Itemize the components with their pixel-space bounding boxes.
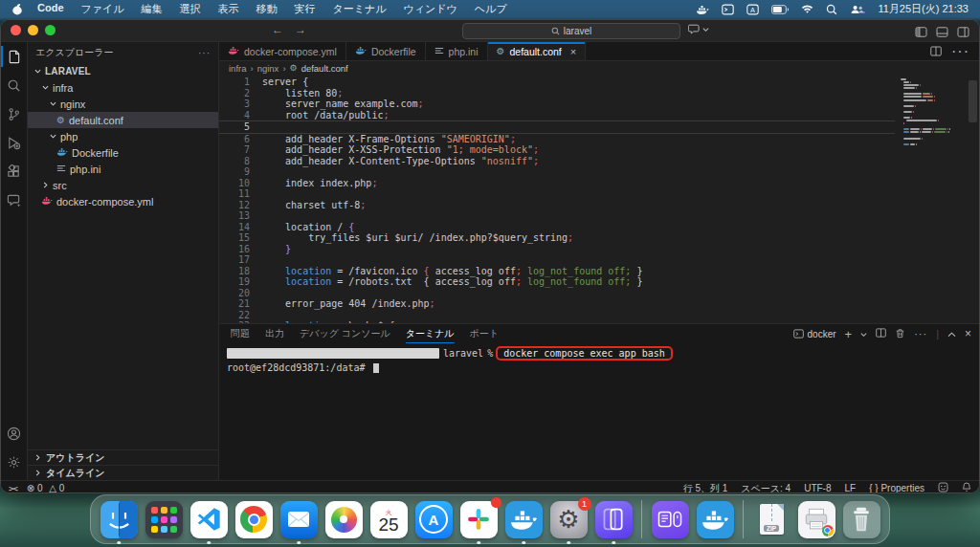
tree-item-php.ini[interactable]: php.ini: [28, 161, 218, 177]
menu-表示[interactable]: 表示: [210, 2, 248, 16]
menu-移動[interactable]: 移動: [248, 2, 286, 16]
chat-activity-icon[interactable]: [1, 186, 28, 214]
remote-indicator-icon[interactable]: ><: [9, 484, 17, 493]
search-activity-icon[interactable]: [1, 71, 28, 99]
indentation[interactable]: スペース: 4: [741, 482, 791, 494]
customize-layout-icon[interactable]: [957, 24, 969, 41]
command-center-search[interactable]: laravel: [462, 23, 680, 39]
menu-ヘルプ[interactable]: ヘルプ: [466, 2, 516, 16]
menu-実行[interactable]: 実行: [286, 2, 324, 16]
minimap[interactable]: [901, 78, 964, 146]
terminal-content[interactable]: laravel % docker compose exec app bash r…: [219, 343, 979, 480]
menu-選択[interactable]: 選択: [171, 2, 210, 16]
panel-more-icon[interactable]: ···: [914, 328, 927, 339]
dock-docker[interactable]: [504, 498, 543, 540]
dock-printer[interactable]: [797, 498, 835, 540]
editor-tab-default.conf[interactable]: ⚙default.conf×: [488, 42, 587, 60]
close-tab-icon[interactable]: ×: [570, 46, 576, 57]
toggle-sidebar-icon[interactable]: [915, 24, 927, 41]
tree-item-docker-compose.yml[interactable]: docker-compose.yml: [28, 193, 218, 209]
dock-appstore[interactable]: A: [414, 498, 453, 540]
zoom-window-button[interactable]: [45, 25, 56, 35]
history-forward-button[interactable]: →: [295, 23, 306, 36]
dock-mail[interactable]: [279, 498, 318, 540]
history-back-button[interactable]: ←: [272, 23, 283, 36]
minimize-window-button[interactable]: [28, 25, 38, 35]
editor-scrollbar[interactable]: [969, 80, 977, 122]
explorer-activity-icon[interactable]: [1, 42, 28, 71]
toggle-panel-icon[interactable]: [936, 24, 948, 41]
panel-tab-出力[interactable]: 出力: [265, 324, 284, 343]
panel-tab-ターミナル[interactable]: ターミナル: [406, 324, 455, 343]
terminal-dropdown-icon[interactable]: [860, 328, 867, 339]
panel-tab-ポート[interactable]: ポート: [470, 324, 499, 343]
menu-編集[interactable]: 編集: [133, 2, 171, 16]
cursor-position[interactable]: 行 5、列 1: [683, 482, 728, 494]
dock-slack[interactable]: [459, 498, 498, 540]
dock-photos[interactable]: [324, 498, 363, 540]
breadcrumb-item[interactable]: default.conf: [301, 63, 348, 74]
panel-tab-問題[interactable]: 問題: [231, 324, 250, 343]
tree-item-default.conf[interactable]: ⚙default.conf: [28, 112, 218, 128]
more-actions-icon[interactable]: ···: [951, 43, 969, 60]
menu-bar-clock[interactable]: 11月25日(火) 21:33: [878, 2, 969, 16]
spotlight-icon[interactable]: [826, 4, 837, 15]
apple-menu-icon[interactable]: [10, 3, 29, 15]
close-window-button[interactable]: [11, 25, 21, 35]
terminal-menubar-icon[interactable]: [722, 4, 734, 15]
dock-vscode[interactable]: [189, 498, 228, 540]
sidebar-section-アウトライン[interactable]: アウトライン: [28, 449, 218, 465]
tree-item-nginx[interactable]: nginx: [28, 96, 218, 112]
dock-keyboard-mouse[interactable]: [651, 498, 689, 540]
menu-ファイル[interactable]: ファイル: [73, 2, 133, 16]
docker-menubar-icon[interactable]: [696, 4, 709, 15]
tree-item-php[interactable]: php: [28, 128, 218, 144]
input-source-icon[interactable]: A: [746, 4, 759, 15]
dock-finder[interactable]: [100, 498, 138, 540]
tree-item-LARAVEL[interactable]: LARAVEL: [28, 63, 218, 79]
kill-terminal-icon[interactable]: [895, 328, 905, 340]
dock-zip-file[interactable]: ZIP: [752, 498, 791, 540]
dock-chrome[interactable]: [234, 498, 273, 540]
split-terminal-icon[interactable]: [876, 328, 886, 339]
extensions-activity-icon[interactable]: [1, 157, 28, 186]
maximize-panel-icon[interactable]: [947, 328, 956, 339]
encoding[interactable]: UTF-8: [804, 483, 831, 493]
feedback-smiley-icon[interactable]: [938, 482, 948, 493]
code-editor[interactable]: 1server {2 listen 80;3 server_name examp…: [219, 75, 979, 323]
copilot-chat-button[interactable]: [688, 24, 709, 34]
breadcrumb-item[interactable]: nginx: [257, 63, 279, 74]
vscode-title-bar[interactable]: ← → laravel: [1, 20, 979, 42]
language-mode[interactable]: { } Properties: [869, 483, 924, 493]
close-panel-icon[interactable]: ×: [965, 327, 971, 340]
tree-item-src[interactable]: src: [28, 177, 218, 193]
explorer-more-actions[interactable]: ···: [198, 48, 211, 58]
new-terminal-icon[interactable]: +: [845, 327, 853, 341]
menu-ターミナル[interactable]: ターミナル: [324, 2, 395, 16]
dock-calendar[interactable]: 火25: [369, 498, 408, 540]
tree-item-Dockerfile[interactable]: Dockerfile: [28, 144, 218, 161]
dock-iphone-mirroring[interactable]: [594, 498, 633, 540]
tree-item-infra[interactable]: infra: [28, 79, 218, 96]
editor-tab-docker-compose.yml[interactable]: docker-compose.yml: [219, 42, 346, 60]
breadcrumb-item[interactable]: infra: [229, 63, 246, 74]
menu-app[interactable]: Code: [29, 2, 73, 16]
user-switcher-icon[interactable]: [850, 4, 865, 15]
sidebar-section-タイムライン[interactable]: タイムライン: [28, 465, 218, 480]
notifications-bell-icon[interactable]: [962, 482, 971, 493]
battery-icon[interactable]: [771, 5, 789, 14]
dock-launchpad[interactable]: [145, 498, 183, 540]
source-control-activity-icon[interactable]: [1, 99, 28, 128]
terminal-instance[interactable]: docker: [793, 329, 836, 339]
breadcrumb[interactable]: infra › nginx › ⚙ default.conf: [219, 61, 979, 75]
panel-tab-デバッグ コンソール[interactable]: デバッグ コンソール: [300, 324, 390, 343]
account-icon[interactable]: [1, 419, 28, 448]
dock-trash[interactable]: [842, 498, 880, 540]
editor-tab-Dockerfile[interactable]: Dockerfile: [346, 42, 426, 60]
dock-settings[interactable]: ⚙1: [549, 498, 588, 540]
eol-sequence[interactable]: LF: [845, 483, 857, 493]
run-debug-activity-icon[interactable]: [1, 128, 28, 157]
menu-ウィンドウ[interactable]: ウィンドウ: [395, 2, 466, 16]
problems-status[interactable]: ⊗ 0 △ 0: [27, 483, 65, 493]
dock-docker-desktop[interactable]: [696, 498, 734, 540]
